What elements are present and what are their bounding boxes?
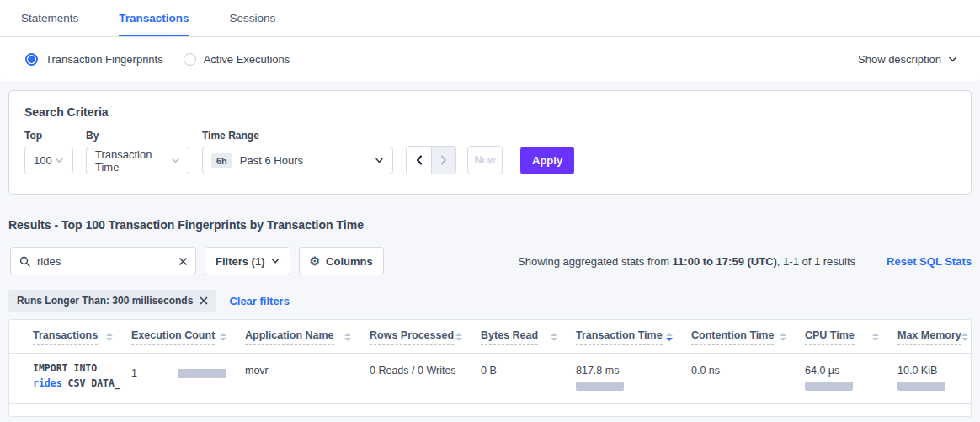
view-mode-row: Transaction Fingerprints Active Executio…: [0, 37, 980, 81]
search-input[interactable]: [37, 255, 179, 268]
top-field: Top 100: [24, 130, 73, 174]
column-header-transaction-time[interactable]: Transaction Time: [576, 329, 691, 345]
columns-button-label: Columns: [326, 255, 373, 268]
max-memory-cell: 10.0 KiB: [897, 354, 972, 391]
column-header-label: Transactions: [33, 329, 98, 345]
tab-statements[interactable]: Statements: [21, 0, 78, 36]
column-header-bytes-read[interactable]: Bytes Read: [481, 329, 576, 345]
column-header-application-name[interactable]: Application Name: [245, 329, 370, 345]
execution-count-bar: [178, 369, 226, 378]
time-next-button: [431, 147, 455, 174]
column-header-label: Rows Processed: [370, 329, 454, 345]
by-select[interactable]: Transaction Time: [86, 147, 189, 174]
transaction-time-cell: 817.8 ms: [576, 354, 691, 391]
column-header-label: Transaction Time: [576, 329, 663, 345]
transaction-sql-line2: rides CSV DATA_: [33, 377, 131, 392]
transaction-fingerprint-cell[interactable]: IMPORT INTO rides CSV DATA_: [9, 354, 131, 392]
column-header-max-memory[interactable]: Max Memory: [897, 329, 972, 345]
column-header-label: Application Name: [245, 329, 334, 345]
bytes-read-cell: 0 B: [481, 354, 576, 377]
sort-icon[interactable]: [780, 333, 786, 341]
by-select-value: Transaction Time: [95, 148, 171, 174]
filters-button[interactable]: Filters (1): [205, 247, 290, 275]
reset-sql-stats-link[interactable]: Reset SQL Stats: [887, 255, 972, 268]
top-label: Top: [24, 130, 73, 142]
radio-transaction-fingerprints-label: Transaction Fingerprints: [45, 53, 163, 66]
column-header-rows-processed[interactable]: Rows Processed: [370, 329, 481, 345]
sort-desc-icon[interactable]: [666, 333, 673, 341]
sort-icon[interactable]: [872, 333, 879, 341]
show-description-toggle[interactable]: Show description: [858, 53, 957, 66]
filters-button-label: Filters (1): [216, 255, 265, 268]
vertical-divider: [871, 246, 871, 276]
time-range-select[interactable]: 6h Past 6 Hours: [202, 147, 393, 174]
execution-count-value: 1: [131, 367, 178, 379]
sort-icon[interactable]: [551, 333, 557, 341]
column-header-execution-count[interactable]: Execution Count: [131, 329, 245, 345]
search-box[interactable]: [10, 247, 196, 275]
results-heading: Results - Top 100 Transaction Fingerprin…: [8, 218, 972, 232]
column-header-contention-time[interactable]: Contention Time: [691, 329, 805, 345]
transaction-link[interactable]: rides: [33, 377, 62, 389]
cpu-time-bar: [805, 382, 853, 391]
results-toolbar: Filters (1) ⚙ Columns Showing aggregated…: [10, 246, 972, 276]
column-header-label: Execution Count: [131, 329, 215, 345]
time-range-field: Time Range 6h Past 6 Hours: [202, 130, 393, 174]
search-criteria-card: Search Criteria Top 100 By Transaction T…: [8, 90, 972, 195]
column-header-transactions[interactable]: Transactions: [9, 329, 131, 345]
apply-button[interactable]: Apply: [520, 147, 574, 174]
contention-time-cell: 0.0 ns: [691, 354, 805, 377]
chevron-down-icon: [375, 156, 384, 165]
max-memory-value: 10.0 KiB: [897, 365, 972, 377]
remove-filter-icon[interactable]: [200, 296, 208, 305]
max-memory-bar: [897, 382, 945, 391]
transaction-time-bar: [576, 382, 624, 391]
transaction-time-value: 817.8 ms: [576, 365, 691, 377]
radio-unselected-icon[interactable]: [184, 53, 196, 66]
filter-chip: Runs Longer Than: 300 milliseconds: [8, 290, 216, 312]
filter-chip-label: Runs Longer Than: 300 milliseconds: [17, 295, 193, 307]
column-header-cpu-time[interactable]: CPU Time: [805, 329, 897, 345]
radio-selected-icon[interactable]: [25, 53, 38, 66]
top-tab-bar: Statements Transactions Sessions: [0, 0, 980, 37]
results-table: Transactions Execution Count Application…: [8, 319, 972, 417]
tab-transactions[interactable]: Transactions: [119, 0, 189, 36]
column-header-label: Bytes Read: [481, 329, 538, 345]
chevron-down-icon: [171, 156, 180, 165]
clear-search-icon[interactable]: [179, 258, 187, 265]
chevron-down-icon: [948, 55, 957, 64]
stats-prefix: Showing aggregated stats from: [518, 255, 673, 268]
table-header-row: Transactions Execution Count Application…: [9, 320, 971, 354]
by-label: By: [86, 130, 189, 142]
sort-icon[interactable]: [106, 333, 113, 341]
by-field: By Transaction Time: [86, 130, 189, 174]
radio-active-executions[interactable]: Active Executions: [184, 53, 290, 66]
sort-icon[interactable]: [455, 333, 462, 341]
radio-active-executions-label: Active Executions: [204, 53, 290, 66]
table-row: IMPORT INTO rides CSV DATA_ 1 movr 0 Rea…: [9, 354, 971, 404]
time-prev-button[interactable]: [407, 147, 431, 174]
sort-icon[interactable]: [961, 333, 968, 341]
radio-transaction-fingerprints[interactable]: Transaction Fingerprints: [25, 53, 163, 66]
filter-chip-row: Runs Longer Than: 300 milliseconds Clear…: [8, 290, 972, 312]
sort-icon[interactable]: [220, 333, 226, 341]
clear-filters-link[interactable]: Clear filters: [229, 295, 290, 307]
cpu-time-cell: 64.0 µs: [805, 354, 897, 391]
stats-suffix: , 1-1 of 1 results: [777, 255, 855, 268]
chevron-down-icon: [271, 257, 280, 265]
time-range-label: Time Range: [202, 130, 393, 142]
now-button[interactable]: Now: [467, 146, 503, 174]
column-header-label: Contention Time: [691, 329, 774, 345]
caret-right-icon: [439, 154, 449, 166]
show-description-label: Show description: [858, 53, 941, 66]
transaction-sql-rest: CSV DATA_: [62, 377, 120, 389]
time-nav-group: [406, 146, 456, 174]
columns-button[interactable]: ⚙ Columns: [299, 247, 384, 275]
caret-left-icon: [414, 154, 424, 166]
gear-icon: ⚙: [310, 255, 321, 267]
transactions-page: Statements Transactions Sessions Transac…: [0, 0, 980, 422]
application-name-cell: movr: [245, 354, 370, 377]
tab-sessions[interactable]: Sessions: [230, 0, 276, 36]
top-select[interactable]: 100: [24, 147, 73, 174]
sort-icon[interactable]: [344, 333, 351, 341]
